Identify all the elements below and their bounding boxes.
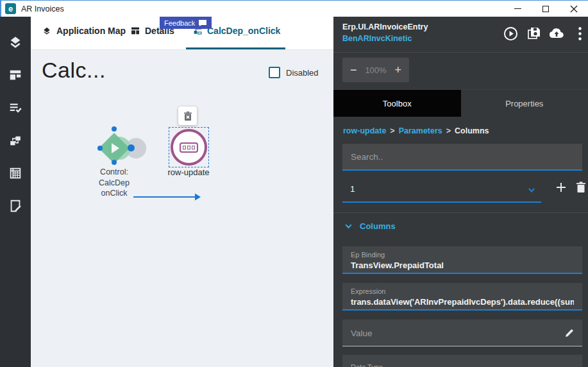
- data-grid-icon: [8, 166, 22, 180]
- feedback-button[interactable]: Feedback: [160, 17, 212, 29]
- left-toolbar: [0, 17, 31, 367]
- add-column-button[interactable]: [555, 182, 567, 195]
- columns-section-title: Columns: [360, 221, 396, 231]
- application-map-icon: [42, 26, 52, 36]
- control-node[interactable]: Control: CalcDep onClick: [69, 114, 159, 198]
- row-update-node[interactable]: [171, 129, 207, 166]
- connection-dot-bottom[interactable]: [112, 160, 117, 165]
- expression-label: Expression: [351, 287, 574, 295]
- value-field[interactable]: Value: [342, 320, 582, 346]
- zoom-out-button[interactable]: −: [350, 64, 357, 76]
- panel-divider: [333, 212, 588, 213]
- maximize-button[interactable]: [532, 1, 560, 17]
- panel-header-actions: [502, 26, 588, 41]
- data-type-field[interactable]: Data Type: [342, 355, 582, 367]
- app-window: e AR Invoices: [0, 0, 588, 367]
- save-icon: [526, 26, 541, 41]
- data-type-label: Data Type: [351, 363, 574, 367]
- row-update-node-label: row-update: [156, 167, 221, 177]
- maximize-icon: [542, 6, 549, 12]
- tab-application-map[interactable]: Application Map: [42, 26, 126, 36]
- breadcrumb: row-update > Parameters > Columns: [343, 126, 489, 135]
- save-button[interactable]: [525, 26, 542, 41]
- canvas-zoom-control: − 100% +: [342, 58, 409, 82]
- delete-node-button[interactable]: [178, 107, 197, 125]
- cloud-upload-icon: [548, 26, 565, 40]
- row-cell: [183, 146, 186, 149]
- window-title: AR Invoices: [21, 4, 64, 13]
- preview-button[interactable]: [502, 26, 519, 41]
- close-button[interactable]: [560, 1, 588, 17]
- list-check-icon: [8, 101, 22, 115]
- trash-x-icon: [183, 111, 193, 121]
- sidebar-item-document-edit[interactable]: [0, 189, 31, 222]
- details-icon: [130, 26, 140, 36]
- close-icon: [570, 5, 578, 13]
- window-controls: [503, 1, 588, 17]
- properties-panel: Erp.UI.ARInvoiceEntry BenARInvcKinetic −: [333, 17, 588, 367]
- breadcrumb-parameters[interactable]: Parameters: [399, 126, 442, 135]
- control-node-label-line2: CalcDep: [69, 178, 159, 189]
- edit-value-button[interactable]: [564, 328, 575, 340]
- column-index-value: 1: [350, 184, 355, 194]
- expression-field[interactable]: Expression trans.dataView('ARInvPrepaidI…: [342, 283, 582, 311]
- ep-binding-label: Ep Binding: [351, 251, 574, 259]
- sidebar-item-flow-swap[interactable]: [0, 124, 31, 157]
- row-update-icon: [180, 142, 198, 153]
- breadcrumb-columns: Columns: [455, 126, 489, 135]
- search-input[interactable]: [342, 144, 582, 171]
- app-id-label: Erp.UI.ARInvoiceEntry: [342, 22, 428, 31]
- connection-dot-top[interactable]: [112, 126, 117, 132]
- document-edit-icon: [8, 199, 22, 213]
- selector-underline: [342, 201, 541, 203]
- breadcrumb-row-update[interactable]: row-update: [343, 126, 386, 135]
- minimize-icon: [514, 8, 521, 9]
- connection-dot-right[interactable]: [128, 144, 135, 151]
- disabled-checkbox-group: Disabled: [269, 67, 319, 78]
- ep-binding-field[interactable]: Ep Binding TransView.PrepaidTotal: [342, 246, 582, 274]
- trash-icon: [576, 182, 586, 193]
- event-designer-canvas[interactable]: Calc... Disabled Control: CalcDep onClic…: [31, 50, 333, 367]
- zoom-in-button[interactable]: +: [394, 64, 401, 76]
- panel-tab-bar: Toolbox Properties: [333, 89, 588, 117]
- page-layout-icon: [8, 68, 22, 82]
- zoom-level: 100%: [365, 65, 386, 75]
- ep-binding-value: TransView.PrepaidTotal: [351, 260, 574, 270]
- value-placeholder: Value: [351, 329, 574, 338]
- layer-name-link[interactable]: BenARInvcKinetic: [342, 34, 412, 43]
- breadcrumb-separator: >: [390, 126, 394, 135]
- deploy-button[interactable]: [548, 26, 565, 40]
- tab-label: Application Map: [56, 26, 126, 36]
- tab-label: CalcDep_onClick: [207, 26, 280, 36]
- sidebar-item-layers[interactable]: [0, 26, 31, 58]
- control-node-label-line1: Control:: [69, 167, 159, 178]
- tab-toolbox[interactable]: Toolbox: [333, 90, 461, 117]
- overflow-menu-button[interactable]: [571, 27, 588, 40]
- disabled-checkbox[interactable]: [269, 67, 280, 78]
- breadcrumb-separator: >: [446, 126, 451, 135]
- minimize-button[interactable]: [503, 1, 532, 17]
- sidebar-item-list-check[interactable]: [0, 91, 31, 124]
- connector-arrow: [133, 191, 201, 203]
- tab-properties[interactable]: Properties: [461, 90, 588, 117]
- layers-icon: [8, 35, 22, 49]
- sidebar-item-data-grid[interactable]: [0, 157, 31, 189]
- connection-dot-left[interactable]: [97, 146, 103, 151]
- sidebar-item-page-layout[interactable]: [0, 58, 31, 91]
- panel-header: Erp.UI.ARInvoiceEntry BenARInvcKinetic: [333, 17, 588, 53]
- speech-bubble-icon: [198, 19, 207, 27]
- feedback-label: Feedback: [164, 19, 195, 27]
- chevron-down-icon[interactable]: [527, 185, 536, 196]
- row-cell: [187, 146, 190, 149]
- play-circle-icon: [503, 26, 518, 41]
- section-chevron-down-icon: [344, 222, 353, 230]
- delete-column-button[interactable]: [576, 182, 586, 195]
- active-tab-underline: [186, 47, 285, 49]
- columns-section-header[interactable]: Columns: [344, 221, 396, 231]
- app-logo-icon: e: [5, 3, 16, 14]
- document-tab-bar: Application Map Details CalcDep_onClick …: [31, 17, 333, 50]
- disabled-label: Disabled: [286, 68, 319, 78]
- row-cell: [192, 146, 195, 149]
- play-triangle-icon: [112, 143, 119, 153]
- pencil-icon: [564, 328, 575, 338]
